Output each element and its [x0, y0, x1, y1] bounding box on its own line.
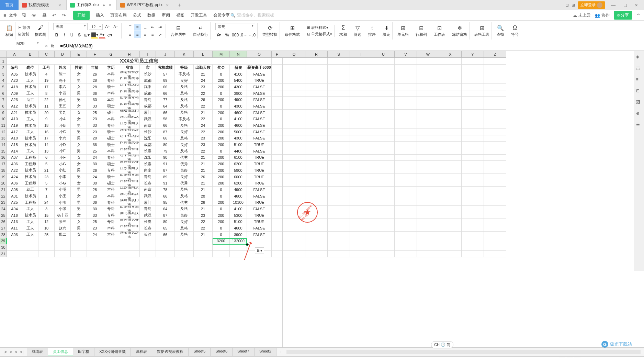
cell-F12[interactable]: 23 — [87, 129, 103, 135]
cell-J16[interactable]: 90 — [156, 155, 175, 161]
freeze-button[interactable]: ❄冻结窗格 — [452, 24, 467, 37]
cell-F11[interactable]: 33 — [87, 122, 103, 129]
cell-D15[interactable]: 小E — [55, 148, 71, 155]
cell-H15[interactable]: 吉林省长春市 — [119, 148, 140, 155]
table-format-button[interactable]: ⊞ 表格样式▾ — [307, 25, 332, 30]
cell-Z19[interactable] — [484, 174, 506, 180]
horizontal-scrollbar[interactable] — [286, 350, 641, 354]
cell-H16[interactable]: 辽宁省沈阳市 — [119, 155, 140, 161]
cell-U29[interactable] — [372, 238, 395, 245]
cell-H20[interactable]: 吉林省长春市 — [119, 180, 140, 187]
cell-T12[interactable] — [350, 129, 372, 135]
cell-C26[interactable]: 12 — [38, 219, 55, 225]
cell-H23[interactable]: 福建省厦门市 — [119, 199, 140, 206]
sheet-tab-课程表[interactable]: 课程表 — [131, 348, 152, 356]
row-head-3[interactable]: 3 — [0, 71, 7, 78]
cell-F18[interactable]: 26 — [87, 167, 103, 174]
cell-W27[interactable] — [417, 225, 439, 232]
cell-L12[interactable]: 22 — [194, 129, 213, 135]
increase-indent-icon[interactable]: ⇥ — [157, 24, 163, 31]
cell-U20[interactable] — [372, 180, 395, 187]
cell-L24[interactable]: 21 — [194, 206, 213, 212]
cell-Y18[interactable] — [462, 167, 484, 174]
cell-N22[interactable]: 4600 — [230, 193, 247, 200]
cell-G19[interactable]: 硕士 — [103, 174, 119, 180]
cell-T2[interactable] — [350, 65, 372, 71]
cell-M18[interactable]: 200 — [213, 167, 230, 174]
cell-L20[interactable]: 21 — [194, 180, 213, 187]
cell-A21[interactable]: A08 — [7, 187, 22, 193]
cell-B11[interactable]: 技术员 — [22, 122, 38, 129]
cell-L31[interactable] — [194, 251, 213, 257]
cell-S21[interactable] — [328, 187, 350, 193]
cell-Z2[interactable] — [484, 65, 506, 71]
cell-L30[interactable] — [194, 244, 213, 251]
cell-M31[interactable] — [213, 251, 230, 257]
cell-R13[interactable] — [305, 135, 328, 142]
cell-K25[interactable]: 良好 — [175, 212, 194, 219]
cell-N20[interactable]: 6200 — [230, 180, 247, 187]
cell-G12[interactable]: 硕士 — [103, 129, 119, 135]
cell-D9[interactable]: 吴九 — [55, 110, 71, 116]
cell-U27[interactable] — [372, 225, 395, 232]
row-head-13[interactable]: 13 — [0, 135, 7, 142]
select-pane-icon[interactable]: ⬚ — [636, 66, 642, 72]
add-tab-button[interactable]: + — [174, 2, 184, 8]
cell-Z6[interactable] — [484, 90, 506, 97]
cell-B25[interactable]: 技术员 — [22, 212, 38, 219]
cell-F6[interactable]: 36 — [87, 90, 103, 97]
cell-P9[interactable] — [272, 110, 283, 116]
cell-Z23[interactable] — [484, 199, 506, 206]
cell-U4[interactable] — [372, 77, 395, 84]
save-icon[interactable]: 🖫 — [20, 13, 27, 18]
formula-input[interactable] — [57, 41, 644, 51]
cell-B30[interactable] — [22, 244, 38, 251]
cell-J7[interactable]: 77 — [156, 97, 175, 103]
cell-N4[interactable]: 5400 — [230, 77, 247, 84]
sheet-tab-员工信息[interactable]: 员工信息 — [48, 348, 73, 356]
cell-R10[interactable] — [305, 116, 328, 123]
cell-W19[interactable] — [417, 174, 439, 180]
cell-A31[interactable] — [7, 251, 22, 257]
cell-S25[interactable] — [328, 212, 350, 219]
cell-R31[interactable] — [305, 251, 328, 257]
cell-J13[interactable]: 66 — [156, 135, 175, 142]
cell-L29[interactable] — [194, 238, 213, 245]
cell-P24[interactable] — [272, 206, 283, 212]
col-head-Q[interactable]: Q — [283, 51, 305, 58]
add-sheet-button[interactable]: + — [276, 350, 286, 355]
cell-L26[interactable]: 22 — [194, 219, 213, 225]
cell-Q7[interactable] — [283, 97, 305, 103]
cell-P30[interactable] — [272, 244, 283, 251]
cell-P11[interactable] — [272, 122, 283, 129]
cell-X1[interactable] — [439, 58, 462, 65]
cell-M16[interactable]: 200 — [213, 155, 230, 161]
print-icon[interactable]: 🖶 — [41, 13, 48, 18]
cell-I26[interactable]: 长春 — [140, 219, 156, 225]
cell-K18[interactable]: 良好 — [175, 167, 194, 174]
cell-R16[interactable] — [305, 155, 328, 161]
cell-Y16[interactable] — [462, 155, 484, 161]
cell-Y1[interactable] — [462, 58, 484, 65]
cell-Z17[interactable] — [484, 161, 506, 167]
cell-A7[interactable]: A23 — [7, 97, 22, 103]
justify-icon[interactable]: ≡ — [149, 31, 156, 38]
cell-C8[interactable]: 11 — [38, 103, 55, 110]
col-head-O[interactable]: O — [247, 51, 272, 58]
cell-D5[interactable]: 李六 — [55, 84, 71, 90]
align-right-icon[interactable]: ≡ — [142, 31, 148, 38]
row-head-28[interactable]: 28 — [0, 232, 7, 238]
cell-S3[interactable] — [328, 71, 350, 78]
cell-U7[interactable] — [372, 97, 395, 103]
cell-M12[interactable]: 200 — [213, 129, 230, 135]
cell-R19[interactable] — [305, 174, 328, 180]
cell-I19[interactable]: 青岛 — [140, 174, 156, 180]
tab-ppt[interactable]: WPS PPT教程.pptx × — [117, 0, 174, 10]
row-head-16[interactable]: 16 — [0, 155, 7, 161]
cell-Y9[interactable] — [462, 110, 484, 116]
cell-H4[interactable]: 四川省成都市 — [119, 77, 140, 84]
cell-Q30[interactable] — [283, 244, 305, 251]
cell-A1[interactable]: XXX公司员工信息 — [7, 58, 272, 65]
cell-N25[interactable]: 5300 — [230, 212, 247, 219]
symbol-button[interactable]: Ω符号 — [511, 24, 519, 37]
